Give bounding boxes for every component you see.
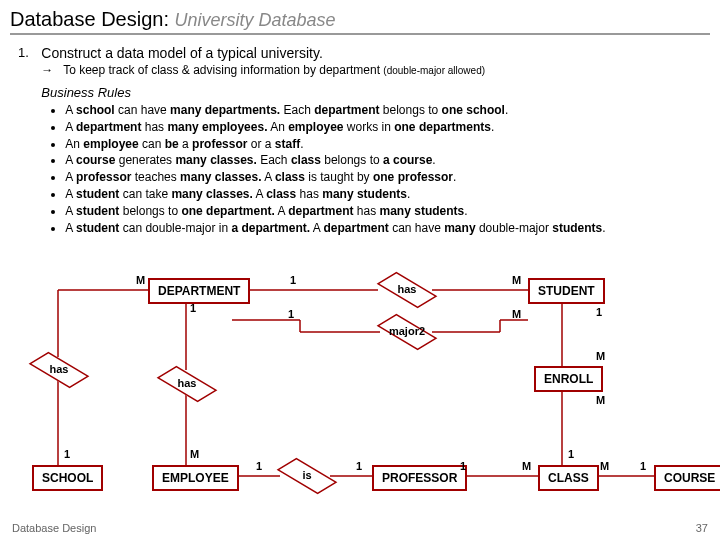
title-part2: University Database bbox=[175, 10, 336, 30]
task-line: Construct a data model of a typical univ… bbox=[41, 45, 691, 61]
entity-class: CLASS bbox=[538, 465, 599, 491]
subtask-note: (double-major allowed) bbox=[383, 65, 485, 76]
rule-item: A school can have many departments. Each… bbox=[65, 102, 691, 119]
subtask-line: → To keep track of class & advising info… bbox=[41, 63, 691, 77]
subtask-text: To keep track of class & advising inform… bbox=[63, 63, 380, 77]
card: 1 bbox=[568, 448, 574, 460]
rule-item: A student can double-major in a departme… bbox=[65, 220, 691, 237]
content: 1. Construct a data model of a typical u… bbox=[0, 39, 720, 236]
entity-department: DEPARTMENT bbox=[148, 278, 250, 304]
entity-school: SCHOOL bbox=[32, 465, 103, 491]
card: M bbox=[136, 274, 145, 286]
rel-major2: major2 bbox=[378, 318, 436, 346]
body-column: Construct a data model of a typical univ… bbox=[41, 45, 691, 236]
card: 1 bbox=[190, 302, 196, 314]
title-part1: Database Design: bbox=[10, 8, 169, 30]
er-diagram: DEPARTMENT STUDENT ENROLL SCHOOL EMPLOYE… bbox=[0, 270, 720, 520]
rule-item: An employee can be a professor or a staf… bbox=[65, 136, 691, 153]
entity-enroll: ENROLL bbox=[534, 366, 603, 392]
rule-item: A student belongs to one department. A d… bbox=[65, 203, 691, 220]
rule-item: A professor teaches many classes. A clas… bbox=[65, 169, 691, 186]
rel-has-dept-student: has bbox=[378, 276, 436, 304]
entity-professor: PROFESSOR bbox=[372, 465, 467, 491]
card: 1 bbox=[460, 460, 466, 472]
rel-is: is bbox=[278, 462, 336, 490]
page-header: Database Design: University Database bbox=[0, 0, 720, 39]
rule-item: A department has many employees. An empl… bbox=[65, 119, 691, 136]
rule-item: A course generates many classes. Each cl… bbox=[65, 152, 691, 169]
card: M bbox=[596, 394, 605, 406]
rel-has-dept-emp: has bbox=[158, 370, 216, 398]
list-number: 1. bbox=[18, 45, 38, 60]
entity-student: STUDENT bbox=[528, 278, 605, 304]
entity-employee: EMPLOYEE bbox=[152, 465, 239, 491]
card: M bbox=[522, 460, 531, 472]
rel-has-school-dept: has bbox=[30, 356, 88, 384]
card: M bbox=[596, 350, 605, 362]
arrow-icon: → bbox=[41, 63, 53, 77]
title-line: Database Design: University Database bbox=[10, 8, 710, 35]
entity-course: COURSE bbox=[654, 465, 720, 491]
card: 1 bbox=[356, 460, 362, 472]
card: 1 bbox=[290, 274, 296, 286]
footer-left: Database Design bbox=[12, 522, 96, 534]
footer-right: 37 bbox=[696, 522, 708, 534]
card: M bbox=[512, 274, 521, 286]
rules-list: A school can have many departments. Each… bbox=[65, 102, 691, 236]
card: 1 bbox=[640, 460, 646, 472]
card: M bbox=[190, 448, 199, 460]
card: M bbox=[512, 308, 521, 320]
rules-heading: Business Rules bbox=[41, 85, 691, 100]
diagram-lines bbox=[0, 270, 720, 520]
card: M bbox=[600, 460, 609, 472]
card: 1 bbox=[64, 448, 70, 460]
rule-item: A student can take many classes. A class… bbox=[65, 186, 691, 203]
card: 1 bbox=[256, 460, 262, 472]
card: 1 bbox=[596, 306, 602, 318]
card: 1 bbox=[288, 308, 294, 320]
